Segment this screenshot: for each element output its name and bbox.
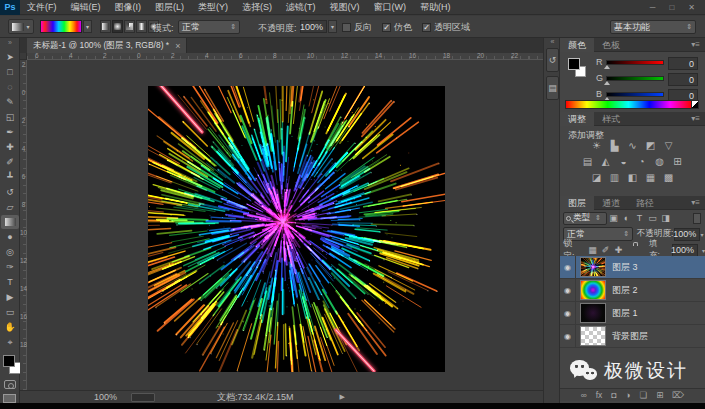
minimize-button[interactable]: ─: [650, 3, 656, 12]
tab-adjustments[interactable]: 调整: [560, 112, 594, 126]
layer-thumbnail-fireworks[interactable]: [580, 257, 606, 277]
slider-thumb[interactable]: [604, 65, 610, 69]
zoom-tool[interactable]: ⌖: [1, 335, 19, 349]
menu-view[interactable]: 视图(V): [323, 1, 367, 14]
layer-thumbnail-dark[interactable]: [580, 303, 606, 323]
tab-channels[interactable]: 通道: [594, 196, 628, 210]
color-spectrum-bar[interactable]: [565, 100, 692, 109]
layer-thumbnail-rainbow[interactable]: [580, 280, 606, 300]
filter-type-layers-icon[interactable]: T: [633, 213, 646, 223]
dither-checkbox[interactable]: ✓仿色: [382, 21, 412, 34]
opacity-value[interactable]: 100%: [300, 20, 327, 33]
layer-row[interactable]: ◉图层 1: [560, 302, 705, 325]
dock-expand-icon[interactable]: «: [544, 38, 561, 46]
reflected-gradient-button[interactable]: [136, 20, 147, 33]
curves-icon[interactable]: ∿: [627, 140, 639, 152]
tab-layers[interactable]: 图层: [560, 196, 594, 210]
channel-g-slider[interactable]: [606, 76, 664, 81]
menu-edit[interactable]: 编辑(E): [64, 1, 108, 14]
document-tab[interactable]: 未标题-1 @ 100% (图层 3, RGB/8) * ×: [27, 38, 187, 53]
brush-tool[interactable]: ✐: [1, 155, 19, 169]
opacity-arrow[interactable]: ▾: [328, 20, 337, 33]
spectrum-bw-swatch[interactable]: [691, 100, 699, 109]
reverse-checkbox[interactable]: 反向: [342, 21, 372, 34]
photo-filter-icon[interactable]: ◔: [636, 156, 648, 168]
layer-style-icon[interactable]: fx: [596, 390, 603, 400]
chevron-down-icon[interactable]: ▾: [700, 231, 703, 238]
angle-gradient-button[interactable]: [124, 20, 135, 33]
threshold-icon[interactable]: ◧: [627, 172, 639, 184]
filter-pixel-layers-icon[interactable]: ▣: [607, 213, 620, 223]
hue-saturation-icon[interactable]: ▤: [582, 156, 594, 168]
tab-paths[interactable]: 路径: [628, 196, 662, 210]
menu-layer[interactable]: 图层(L): [148, 1, 191, 14]
menu-type[interactable]: 类型(Y): [191, 1, 235, 14]
filter-smart-objects-icon[interactable]: ◨: [659, 213, 672, 223]
channel-b-slider[interactable]: [606, 92, 664, 97]
filter-adjustment-layers-icon[interactable]: ◐: [620, 213, 633, 223]
crop-tool[interactable]: ◱: [1, 110, 19, 124]
black-white-icon[interactable]: ◒: [618, 156, 630, 168]
layer-visibility-eye-icon[interactable]: ◉: [560, 256, 576, 279]
add-layer-mask-icon[interactable]: ◘: [611, 390, 616, 400]
eyedropper-tool[interactable]: ✒: [1, 125, 19, 139]
slider-thumb[interactable]: [604, 81, 610, 85]
new-group-icon[interactable]: ❏: [640, 390, 648, 400]
new-layer-icon[interactable]: ⊞: [656, 390, 663, 400]
menu-file[interactable]: 文件(F): [20, 1, 64, 14]
gradient-preview[interactable]: [40, 20, 82, 33]
quick-mask-button[interactable]: [4, 380, 16, 389]
menu-window[interactable]: 窗口(W): [367, 1, 414, 14]
tab-color[interactable]: 颜色: [560, 38, 594, 52]
channel-mixer-icon[interactable]: ◍: [654, 156, 666, 168]
type-tool[interactable]: T: [1, 275, 19, 289]
gradient-map-icon[interactable]: ▩: [663, 172, 675, 184]
tool-preset-dropdown[interactable]: ▾: [8, 19, 34, 34]
link-layers-icon[interactable]: ∞: [581, 390, 587, 400]
screen-mode-button[interactable]: [3, 394, 16, 403]
layer-visibility-eye-icon[interactable]: ◉: [560, 325, 576, 348]
layer-fill-value[interactable]: 100%: [672, 244, 698, 257]
properties-panel-button[interactable]: ▤: [546, 76, 559, 100]
tab-close-icon[interactable]: ×: [175, 41, 180, 51]
zoom-level[interactable]: 100%: [94, 392, 117, 402]
layer-row[interactable]: ◉背景图层: [560, 325, 705, 348]
channel-r-value[interactable]: 0: [668, 57, 698, 70]
maximize-button[interactable]: □: [669, 3, 674, 12]
foreground-color-swatch[interactable]: [3, 355, 15, 367]
linear-gradient-button[interactable]: [100, 20, 111, 33]
new-adjustment-layer-icon[interactable]: ◑: [625, 390, 630, 400]
path-selection-tool[interactable]: ▶: [1, 290, 19, 304]
menu-select[interactable]: 选择(S): [235, 1, 279, 14]
transparency-checkbox[interactable]: ✓透明区域: [422, 21, 470, 34]
spot-healing-brush-tool[interactable]: ✚: [1, 140, 19, 154]
layer-visibility-eye-icon[interactable]: ◉: [560, 302, 576, 325]
selective-color-icon[interactable]: ▦: [645, 172, 657, 184]
dodge-tool[interactable]: ◎: [1, 245, 19, 259]
lock-transparency-icon[interactable]: ▦: [587, 245, 598, 255]
color-balance-icon[interactable]: ◭: [600, 156, 612, 168]
lasso-tool[interactable]: ◌: [1, 80, 19, 94]
panel-menu-icon[interactable]: ▾≡: [691, 196, 705, 209]
exposure-icon[interactable]: ◩: [645, 140, 657, 152]
tab-swatches[interactable]: 色板: [594, 38, 628, 52]
lock-paint-icon[interactable]: ✐: [600, 245, 611, 255]
rectangular-marquee-tool[interactable]: □: [1, 65, 19, 79]
panel-menu-icon[interactable]: ▾≡: [691, 112, 705, 125]
lock-position-icon[interactable]: ✚: [613, 245, 624, 255]
clone-stamp-tool[interactable]: ┻: [1, 170, 19, 184]
menu-image[interactable]: 图像(I): [108, 1, 149, 14]
blur-tool[interactable]: ●: [1, 230, 19, 244]
tab-styles[interactable]: 样式: [594, 112, 628, 126]
filter-shape-layers-icon[interactable]: ▭: [646, 213, 659, 223]
history-brush-tool[interactable]: ↺: [1, 185, 19, 199]
radial-gradient-button[interactable]: [112, 20, 123, 33]
eraser-tool[interactable]: ▱: [1, 200, 19, 214]
layer-opacity-value[interactable]: 100%: [674, 228, 700, 241]
brightness-contrast-icon[interactable]: ☀: [591, 140, 603, 152]
history-panel-button[interactable]: ↺: [546, 48, 559, 72]
toolbar-collapse-icon[interactable]: »: [0, 39, 20, 46]
levels-icon[interactable]: ▙: [609, 140, 621, 152]
layer-filter-select[interactable]: 类型 ⇕: [563, 212, 607, 225]
gradient-tool[interactable]: [1, 215, 19, 229]
